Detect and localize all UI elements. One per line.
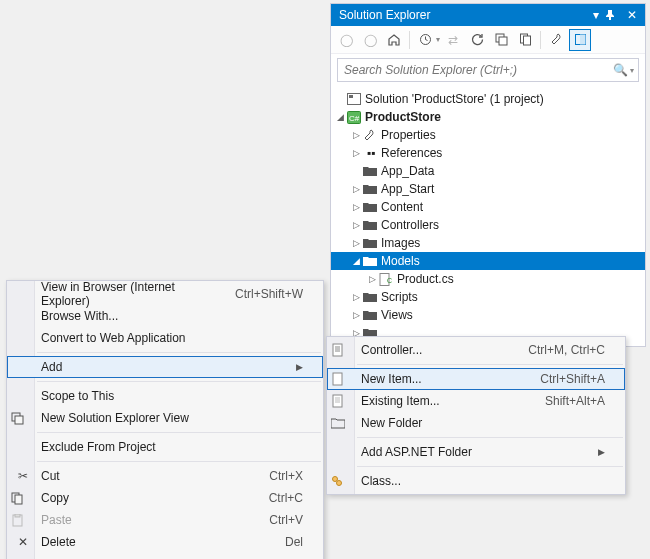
menu-browse-with[interactable]: Browse With...	[7, 305, 323, 327]
solution-node[interactable]: Solution 'ProductStore' (1 project)	[331, 90, 645, 108]
menu-separator	[37, 461, 321, 462]
tree-label: Views	[381, 308, 413, 322]
tree-node-product-cs[interactable]: ▷ C# Product.cs	[331, 270, 645, 288]
menu-separator	[357, 364, 623, 365]
submenu-controller[interactable]: Controller... Ctrl+M, Ctrl+C	[327, 339, 625, 361]
tree-label: App_Data	[381, 164, 434, 178]
submenu-existing-item[interactable]: Existing Item... Shift+Alt+A	[327, 390, 625, 412]
svg-point-25	[337, 480, 342, 485]
dropdown-icon[interactable]: ▾	[436, 35, 440, 44]
menu-label: Paste	[35, 513, 245, 527]
submenu-aspnet-folder[interactable]: Add ASP.NET Folder ▶	[327, 441, 625, 463]
menu-label: Scope to This	[35, 389, 303, 403]
search-icon[interactable]: 🔍	[613, 63, 628, 77]
menu-copy[interactable]: Copy Ctrl+C	[7, 487, 323, 509]
new-view-icon	[11, 412, 35, 425]
csharp-file-icon: C#	[379, 273, 395, 286]
delete-icon: ✕	[11, 535, 35, 549]
menu-label: Add ASP.NET Folder	[355, 445, 593, 459]
menu-shortcut: Ctrl+C	[269, 491, 303, 505]
submenu-new-folder[interactable]: New Folder	[327, 412, 625, 434]
svg-rect-14	[15, 416, 23, 424]
menu-label: Add	[35, 360, 291, 374]
svg-rect-6	[580, 35, 586, 45]
paste-icon	[11, 514, 35, 527]
close-icon[interactable]: ✕	[623, 8, 641, 22]
menu-exclude[interactable]: Exclude From Project	[7, 436, 323, 458]
tree-label: Scripts	[381, 290, 418, 304]
tree-node-images[interactable]: ▷ Images	[331, 234, 645, 252]
svg-rect-4	[523, 36, 530, 45]
menu-label: New Item...	[355, 372, 516, 386]
menu-new-view[interactable]: New Solution Explorer View	[7, 407, 323, 429]
forward-icon[interactable]: ◯	[359, 29, 381, 51]
menu-label: New Solution Explorer View	[35, 411, 303, 425]
csharp-project-icon: C#	[347, 111, 363, 124]
copy-icon	[11, 492, 35, 505]
menu-cut[interactable]: ✂ Cut Ctrl+X	[7, 465, 323, 487]
pin-icon[interactable]	[605, 10, 623, 20]
search-input[interactable]	[342, 62, 613, 78]
tree-node-content[interactable]: ▷ Content	[331, 198, 645, 216]
project-node[interactable]: ◢ C# ProductStore	[331, 108, 645, 126]
menu-scope[interactable]: Scope to This	[7, 385, 323, 407]
menu-separator	[37, 381, 321, 382]
tree-node-views[interactable]: ▷ Views	[331, 306, 645, 324]
folder-icon	[363, 184, 379, 195]
menu-label: Cut	[35, 469, 245, 483]
folder-icon	[363, 238, 379, 249]
show-all-files-icon[interactable]	[514, 29, 536, 51]
wrench-icon	[363, 129, 379, 142]
tree-node-properties[interactable]: ▷ Properties	[331, 126, 645, 144]
toolbar: ◯ ◯ ▾ ⇄	[331, 26, 645, 54]
tree-node-controllers[interactable]: ▷ Controllers	[331, 216, 645, 234]
menu-delete[interactable]: ✕ Delete Del	[7, 531, 323, 553]
menu-convert-web-app[interactable]: Convert to Web Application	[7, 327, 323, 349]
preview-icon[interactable]	[569, 29, 591, 51]
folder-icon	[363, 220, 379, 231]
menu-label: Class...	[355, 474, 605, 488]
tree-label: References	[381, 146, 442, 160]
menu-paste: Paste Ctrl+V	[7, 509, 323, 531]
menu-label: Convert to Web Application	[35, 331, 303, 345]
tree-label: Controllers	[381, 218, 439, 232]
submenu-class[interactable]: Class...	[327, 470, 625, 492]
home-icon[interactable]	[383, 29, 405, 51]
tree-node-scripts[interactable]: ▷ Scripts	[331, 288, 645, 306]
menu-rename[interactable]: Rename	[7, 553, 323, 559]
submenu-new-item[interactable]: New Item... Ctrl+Shift+A	[327, 368, 625, 390]
tree-node-appdata[interactable]: App_Data	[331, 162, 645, 180]
menu-label: Copy	[35, 491, 245, 505]
folder-icon	[363, 202, 379, 213]
menu-shortcut: Ctrl+X	[269, 469, 303, 483]
menu-label: New Folder	[355, 416, 605, 430]
menu-shortcut: Ctrl+Shift+A	[540, 372, 605, 386]
refresh-icon[interactable]	[466, 29, 488, 51]
collapse-all-icon[interactable]	[490, 29, 512, 51]
add-submenu: Controller... Ctrl+M, Ctrl+C New Item...…	[326, 336, 626, 495]
menu-add[interactable]: Add ▶	[7, 356, 323, 378]
submenu-arrow-icon: ▶	[291, 362, 303, 372]
tree-label: App_Start	[381, 182, 434, 196]
new-folder-icon	[331, 418, 355, 429]
pending-changes-icon[interactable]	[414, 29, 436, 51]
folder-icon	[363, 292, 379, 303]
window-menu-icon[interactable]: ▾	[587, 8, 605, 22]
panel-title-text: Solution Explorer	[339, 8, 430, 22]
menu-view-in-browser[interactable]: View in Browser (Internet Explorer) Ctrl…	[7, 283, 323, 305]
sync-icon[interactable]: ⇄	[442, 29, 464, 51]
tree-node-references[interactable]: ▷ ▪▪ References	[331, 144, 645, 162]
back-icon[interactable]: ◯	[335, 29, 357, 51]
tree-node-models[interactable]: ◢ Models	[331, 252, 645, 270]
properties-icon[interactable]	[545, 29, 567, 51]
folder-icon	[363, 166, 379, 177]
tree-node-appstart[interactable]: ▷ App_Start	[331, 180, 645, 198]
folder-icon	[363, 310, 379, 321]
svg-rect-23	[333, 395, 342, 407]
search-box[interactable]: 🔍 ▾	[337, 58, 639, 82]
references-icon: ▪▪	[363, 146, 379, 160]
svg-rect-18	[15, 514, 20, 517]
menu-separator	[357, 466, 623, 467]
search-dropdown-icon[interactable]: ▾	[630, 66, 634, 75]
menu-label: Delete	[35, 535, 261, 549]
